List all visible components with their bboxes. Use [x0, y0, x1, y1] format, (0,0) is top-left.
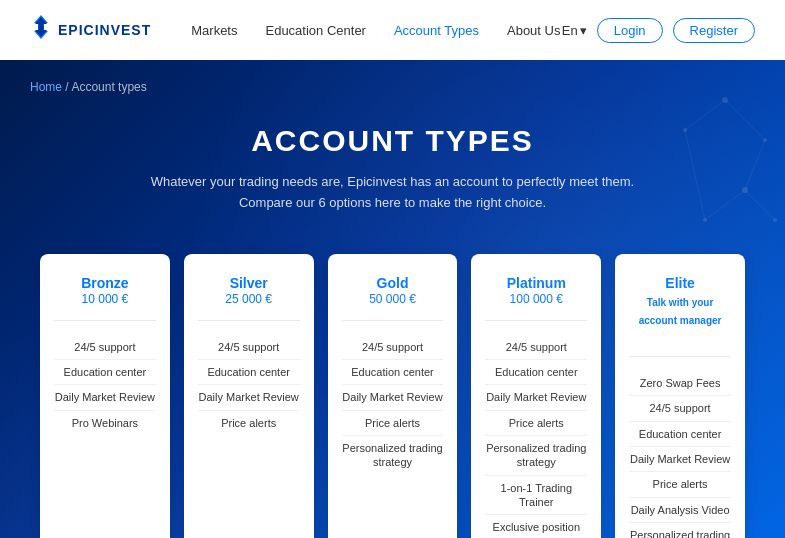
card-elite: EliteTalk with your account manager Zero… — [615, 254, 745, 538]
feature-item: Education center — [629, 422, 731, 447]
card-title: Bronze — [81, 274, 128, 292]
feature-item: Pro Webinars — [54, 411, 156, 435]
card-title: Silver — [230, 274, 268, 292]
card-title: Gold — [377, 274, 409, 292]
card-price: 10 000 € — [82, 292, 129, 306]
svg-line-10 — [745, 190, 775, 220]
card-gold: Gold50 000 €24/5 supportEducation center… — [328, 254, 458, 538]
card-platinum: Platinum100 000 €24/5 supportEducation c… — [471, 254, 601, 538]
card-divider — [485, 320, 587, 321]
register-button[interactable]: Register — [673, 18, 755, 43]
svg-line-8 — [745, 140, 765, 190]
svg-line-11 — [705, 190, 745, 220]
feature-item: Personalized trading strategy — [629, 523, 731, 538]
card-features: 24/5 supportEducation centerDaily Market… — [198, 335, 300, 538]
nav-links: Markets Education Center Account Types A… — [191, 23, 562, 38]
feature-item: Education center — [198, 360, 300, 385]
feature-item: 1-on-1 Trading Trainer — [485, 476, 587, 516]
cards-container: Bronze10 000 €24/5 supportEducation cent… — [30, 254, 755, 538]
nav-markets[interactable]: Markets — [191, 23, 237, 38]
network-decoration — [485, 60, 785, 260]
feature-item: Zero Swap Fees — [629, 371, 731, 396]
card-bronze: Bronze10 000 €24/5 supportEducation cent… — [40, 254, 170, 538]
svg-line-6 — [725, 100, 765, 140]
breadcrumb-current: Account types — [71, 80, 146, 94]
feature-item: 24/5 support — [342, 335, 444, 360]
card-features: 24/5 supportEducation centerDaily Market… — [54, 335, 156, 538]
card-price: 50 000 € — [369, 292, 416, 306]
card-price: 100 000 € — [510, 292, 563, 306]
svg-line-7 — [685, 100, 725, 130]
feature-item: 24/5 support — [629, 396, 731, 421]
feature-item: 24/5 support — [485, 335, 587, 360]
feature-item: 24/5 support — [198, 335, 300, 360]
svg-line-9 — [685, 130, 705, 220]
feature-item: Personalized trading strategy — [485, 436, 587, 476]
card-features: Zero Swap Fees24/5 supportEducation cent… — [629, 371, 731, 538]
nav-account-types[interactable]: Account Types — [394, 23, 479, 38]
card-title: Platinum — [507, 274, 566, 292]
card-divider — [629, 356, 731, 357]
card-price: 25 000 € — [225, 292, 272, 306]
card-divider — [342, 320, 444, 321]
feature-item: Daily Market Review — [485, 385, 587, 410]
nav-about[interactable]: About Us — [507, 23, 560, 38]
feature-item: Daily Market Review — [54, 385, 156, 410]
feature-item: Exclusive position access — [485, 515, 587, 538]
login-button[interactable]: Login — [597, 18, 663, 43]
feature-item: 24/5 support — [54, 335, 156, 360]
feature-item: Daily Market Review — [198, 385, 300, 410]
card-price — [678, 328, 681, 342]
feature-item: Education center — [54, 360, 156, 385]
feature-item: Daily Market Review — [629, 447, 731, 472]
card-divider — [198, 320, 300, 321]
feature-item: Price alerts — [629, 472, 731, 497]
brand-name: EPICINVEST — [58, 22, 151, 38]
logo[interactable]: EPICINVEST — [30, 13, 151, 47]
breadcrumb-home[interactable]: Home — [30, 80, 62, 94]
hero-section: Home / Account types ACCOUNT TYPES Whate… — [0, 60, 785, 538]
feature-item: Education center — [342, 360, 444, 385]
feature-item: Personalized trading strategy — [342, 436, 444, 475]
feature-item: Education center — [485, 360, 587, 385]
feature-item: Daily Analysis Video — [629, 498, 731, 523]
card-title: EliteTalk with your account manager — [629, 274, 731, 329]
language-selector[interactable]: En ▾ — [562, 23, 587, 38]
logo-icon — [30, 13, 52, 47]
card-silver: Silver25 000 €24/5 supportEducation cent… — [184, 254, 314, 538]
feature-item: Price alerts — [198, 411, 300, 435]
feature-item: Price alerts — [342, 411, 444, 436]
nav-education[interactable]: Education Center — [265, 23, 365, 38]
nav-right: En ▾ Login Register — [562, 18, 755, 43]
card-divider — [54, 320, 156, 321]
navbar: EPICINVEST Markets Education Center Acco… — [0, 0, 785, 60]
feature-item: Daily Market Review — [342, 385, 444, 410]
card-features: 24/5 supportEducation centerDaily Market… — [485, 335, 587, 538]
card-features: 24/5 supportEducation centerDaily Market… — [342, 335, 444, 538]
feature-item: Price alerts — [485, 411, 587, 436]
